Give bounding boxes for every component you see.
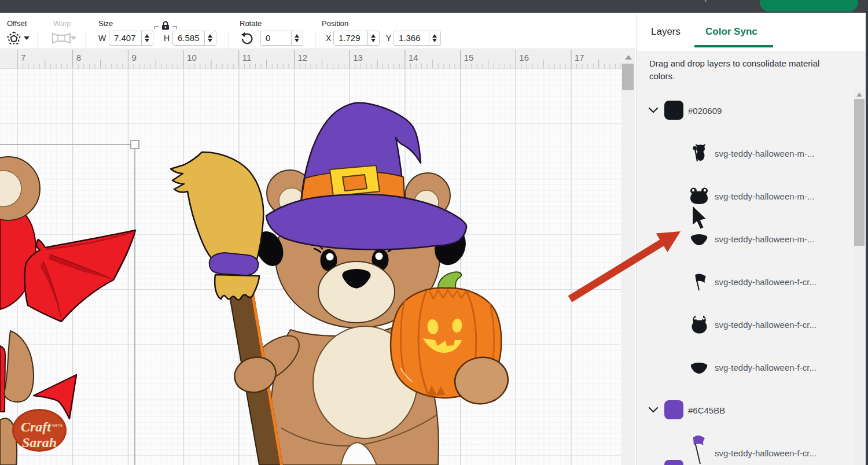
svg-text:15: 15 [464,53,474,62]
svg-text:7: 7 [21,53,25,62]
svg-text:Craft: Craft [21,419,52,434]
svg-text:Sarah: Sarah [22,435,57,450]
svg-text:13: 13 [353,53,363,62]
svg-text:12: 12 [298,53,308,62]
svg-text:8: 8 [76,53,81,62]
svg-text:17: 17 [575,53,584,62]
svg-text:11: 11 [242,53,252,62]
svg-text:9: 9 [131,53,136,62]
svg-text:16: 16 [519,53,529,62]
svg-text:14: 14 [409,53,418,62]
svg-text:WITH: WITH [52,423,62,427]
svg-text:10: 10 [187,53,197,62]
